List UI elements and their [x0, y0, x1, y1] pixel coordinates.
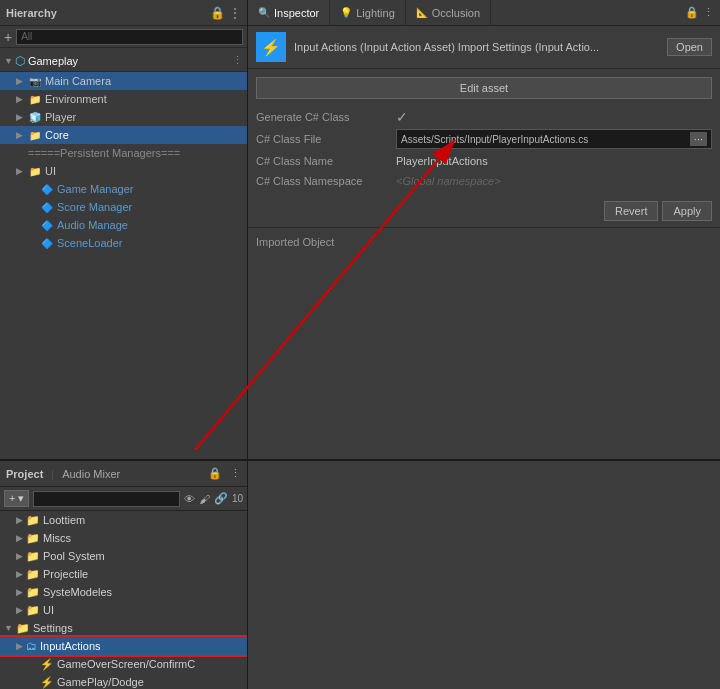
camera-icon: 📷	[28, 74, 42, 88]
add-hierarchy-btn[interactable]: +	[4, 29, 12, 45]
sceneloader-label: SceneLoader	[57, 237, 122, 249]
proj-item-pool-system[interactable]: ▶ 📁 Pool System	[0, 547, 247, 565]
expand-arrow: ▶	[16, 94, 28, 104]
revert-button[interactable]: Revert	[604, 201, 658, 221]
expand-arrow: ▶	[16, 130, 28, 140]
expand-arrow: ▶	[16, 551, 23, 561]
project-search-input[interactable]	[33, 491, 179, 507]
imported-object-section: Imported Object	[248, 227, 720, 256]
proj-item-loottiem[interactable]: ▶ 📁 Loottiem	[0, 511, 247, 529]
class-file-field: Assets/Scripts/Input/PlayerInputActions.…	[396, 129, 712, 149]
hierarchy-header-icons: 🔒 ⋮	[210, 6, 241, 20]
prop-generate-class: Generate C# Class ✓	[256, 107, 712, 127]
hierarchy-item-core[interactable]: ▶ 📁 Core	[0, 126, 247, 144]
class-namespace-value: <Global namespace>	[396, 175, 712, 187]
gameplay-label: Gameplay	[28, 55, 78, 67]
main-camera-label: Main Camera	[45, 75, 111, 87]
proj-item-inputactions[interactable]: ▶ 🗂 InputActions	[0, 637, 247, 655]
tab-lighting[interactable]: 💡 Lighting	[330, 0, 406, 25]
class-name-value: PlayerInputActions	[396, 155, 712, 167]
asset-title-bar: ⚡ Input Actions (Input Action Asset) Imp…	[248, 26, 720, 69]
expand-arrow: ▶	[16, 112, 28, 122]
link-icon[interactable]: 🔗	[214, 492, 228, 505]
brush-icon[interactable]: 🖌	[199, 493, 210, 505]
hierarchy-item-game-manager[interactable]: 🔷 Game Manager	[0, 180, 247, 198]
asset-icon: ⚡	[40, 676, 54, 689]
expand-arrow: ▶	[16, 587, 23, 597]
tab-inspector[interactable]: 🔍 Inspector	[248, 0, 330, 25]
proj-item-gameover[interactable]: ⚡ GameOverScreen/ConfirmC	[0, 655, 247, 673]
proj-item-gameplay-dodge[interactable]: ⚡ GamePlay/Dodge	[0, 673, 247, 689]
gameplay-row[interactable]: ▼ ⬡ Gameplay ⋮	[0, 50, 247, 72]
bottom-panels: Project | Audio Mixer 🔒 ⋮ + ▾ 👁 🖌 🔗 10 ▶…	[0, 459, 720, 689]
tab-occlusion[interactable]: 📐 Occlusion	[406, 0, 491, 25]
expand-arrow: ▶	[16, 76, 28, 86]
expand-gameplay-arrow: ▼	[4, 56, 13, 66]
folder-icon: 📁	[16, 622, 30, 635]
eye-count: 10	[232, 493, 243, 504]
hierarchy-item-ui[interactable]: ▶ 📁 UI	[0, 162, 247, 180]
separator: |	[51, 468, 54, 480]
hierarchy-title: Hierarchy	[6, 7, 57, 19]
lock-tab-icon[interactable]: 🔒	[685, 6, 699, 19]
cube-blue-icon: 🔷	[40, 236, 54, 250]
lock-project-icon[interactable]: 🔒	[208, 467, 222, 480]
proj-item-systemodeles[interactable]: ▶ 📁 SysteModeles	[0, 583, 247, 601]
lighting-tab-icon: 💡	[340, 7, 352, 18]
checkbox-checked-icon[interactable]: ✓	[396, 109, 408, 125]
more-project-icon[interactable]: ⋮	[230, 467, 241, 480]
ui-label: UI	[45, 165, 56, 177]
hierarchy-item-environment[interactable]: ▶ 📁 Environment	[0, 90, 247, 108]
folder-icon: 📁	[26, 586, 40, 599]
tab-action-icons: 🔒 ⋮	[685, 6, 720, 19]
more-icon[interactable]: ⋮	[229, 6, 241, 20]
proj-item-settings[interactable]: ▼ 📁 Settings	[0, 619, 247, 637]
occlusion-tab-icon: 📐	[416, 7, 428, 18]
gameplay-more-icon[interactable]: ⋮	[232, 54, 243, 67]
folder-icon: 📁	[28, 164, 42, 178]
hierarchy-header: Hierarchy 🔒 ⋮	[0, 0, 247, 26]
gameplay-dodge-label: GamePlay/Dodge	[57, 676, 144, 688]
lock-icon[interactable]: 🔒	[210, 6, 225, 20]
asset-icon: ⚡	[256, 32, 286, 62]
hierarchy-item-player[interactable]: ▶ 🧊 Player	[0, 108, 247, 126]
audio-manage-label: Audio Manage	[57, 219, 128, 231]
proj-item-miscs[interactable]: ▶ 📁 Miscs	[0, 529, 247, 547]
lighting-tab-label: Lighting	[356, 7, 395, 19]
cube-blue-icon: 🔷	[40, 218, 54, 232]
systemodeles-label: SysteModeles	[43, 586, 112, 598]
more-tab-icon[interactable]: ⋮	[703, 6, 714, 19]
settings-label: Settings	[33, 622, 73, 634]
hierarchy-item-sceneloader[interactable]: 🔷 SceneLoader	[0, 234, 247, 252]
environment-label: Environment	[45, 93, 107, 105]
apply-button[interactable]: Apply	[662, 201, 712, 221]
edit-asset-button[interactable]: Edit asset	[256, 77, 712, 99]
inspector-tab-icon: 🔍	[258, 7, 270, 18]
gameplay-icon: ⬡	[15, 54, 25, 68]
game-manager-label: Game Manager	[57, 183, 133, 195]
properties-section: Generate C# Class ✓ C# Class File Assets…	[248, 103, 720, 195]
project-add-button[interactable]: + ▾	[4, 490, 29, 507]
hierarchy-panel: Hierarchy 🔒 ⋮ + All ▼ ⬡ Gameplay ⋮ ▶ 📷	[0, 0, 248, 459]
eye-icon[interactable]: 👁	[184, 493, 195, 505]
hierarchy-item-audio-manage[interactable]: 🔷 Audio Manage	[0, 216, 247, 234]
hierarchy-item-score-manager[interactable]: 🔷 Score Manager	[0, 198, 247, 216]
folder-icon: 📁	[26, 532, 40, 545]
score-manager-label: Score Manager	[57, 201, 132, 213]
cube-blue-icon: 🔷	[40, 200, 54, 214]
proj-item-ui[interactable]: ▶ 📁 UI	[0, 601, 247, 619]
search-hierarchy-input[interactable]: All	[16, 29, 243, 45]
open-button[interactable]: Open	[667, 38, 712, 56]
expand-arrow: ▶	[16, 569, 23, 579]
proj-item-projectile[interactable]: ▶ 📁 Projectile	[0, 565, 247, 583]
hierarchy-item-main-camera[interactable]: ▶ 📷 Main Camera	[0, 72, 247, 90]
pool-system-label: Pool System	[43, 550, 105, 562]
hierarchy-tree: ▼ ⬡ Gameplay ⋮ ▶ 📷 Main Camera ▶ 📁 Envir…	[0, 48, 247, 459]
audio-mixer-btn[interactable]: Audio Mixer	[62, 468, 120, 480]
gameover-label: GameOverScreen/ConfirmC	[57, 658, 195, 670]
browse-file-button[interactable]: ···	[690, 132, 707, 146]
class-name-text: PlayerInputActions	[396, 155, 488, 167]
inputactions-label: InputActions	[40, 640, 101, 652]
generate-class-label: Generate C# Class	[256, 111, 396, 123]
occlusion-tab-label: Occlusion	[432, 7, 480, 19]
